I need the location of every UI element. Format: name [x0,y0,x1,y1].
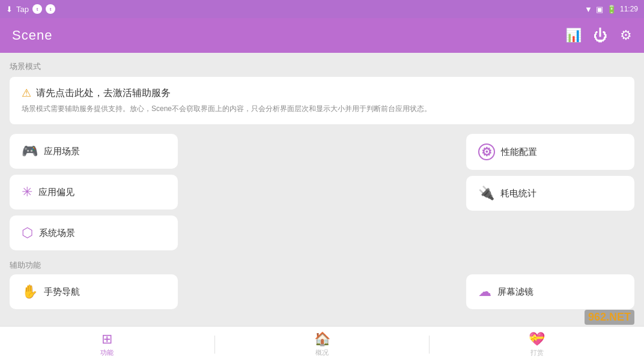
chart-icon[interactable]: 📊 [565,28,582,43]
perf-config-button[interactable]: ⚙ 性能配置 [466,134,634,170]
nav-item-overview[interactable]: 🏠 概况 [215,327,430,362]
screen-filter-label: 屏幕滤镜 [497,286,533,298]
reward-label: 打赏 [530,348,544,357]
auxiliary-right-col: ☁ 屏幕滤镜 [325,274,634,309]
functions-label: 功能 [100,348,114,357]
warning-icon: ⚠ [22,86,31,100]
settings-icon[interactable]: ⚙ [620,28,632,43]
scene-mode-grid: 🎮 应用场景 ✳ 应用偏见 ⬡ 系统场景 ⚙ 性能配置 🔌 耗电统计 [10,134,634,250]
tap-text: Tap [16,5,29,14]
warning-title: ⚠ 请先点击此处，去激活辅助服务 [22,86,622,100]
bottom-nav: ⊞ 功能 🏠 概况 💝 打赏 [0,326,644,362]
power-stats-icon: 🔌 [478,186,494,201]
gesture-nav-button[interactable]: ✋ 手势导航 [10,274,178,309]
status-left: ⬇ Tap t t [6,4,55,14]
perf-config-label: 性能配置 [501,146,537,158]
power-stats-button[interactable]: 🔌 耗电统计 [466,176,634,211]
reward-icon: 💝 [529,331,545,347]
gesture-icon: ✋ [22,284,38,300]
wifi-icon: ▼ [585,5,592,14]
tap-logo-2: t [46,4,55,14]
app-bar-actions: 📊 ⏻ ⚙ [565,27,632,44]
signal-icon: ▣ [596,5,603,14]
gesture-nav-label: 手势导航 [44,286,80,298]
watermark: 962.NET [585,310,634,325]
scene-left-col: 🎮 应用场景 ✳ 应用偏见 ⬡ 系统场景 [10,134,319,250]
warning-description: 场景模式需要辅助服务提供支持。放心，Scene不会窃取界面上的内容，只会分析界面… [22,103,622,115]
main-content: 场景模式 ⚠ 请先点击此处，去激活辅助服务 场景模式需要辅助服务提供支持。放心，… [0,53,644,326]
perf-icon: ⚙ [478,143,495,160]
scene-mode-label: 场景模式 [10,61,634,72]
app-scene-label: 应用场景 [44,146,80,157]
status-bar: ⬇ Tap t t ▼ ▣ 🔋 11:29 [0,0,644,18]
status-right: ▼ ▣ 🔋 11:29 [585,5,638,14]
snowflake-icon: ✳ [22,184,32,200]
warning-banner[interactable]: ⚠ 请先点击此处，去激活辅助服务 场景模式需要辅助服务提供支持。放心，Scene… [10,77,634,124]
app-title: Scene [12,28,52,43]
screen-filter-button[interactable]: ☁ 屏幕滤镜 [466,274,634,309]
time-display: 11:29 [620,5,638,13]
overview-icon: 🏠 [314,331,330,347]
tap-logo-1: t [32,4,42,14]
nav-item-reward[interactable]: 💝 打赏 [430,327,644,362]
auxiliary-label: 辅助功能 [10,260,634,271]
app-preference-button[interactable]: ✳ 应用偏见 [10,175,178,210]
auxiliary-left-col: ✋ 手势导航 [10,274,319,309]
cloud-icon: ☁ [478,284,491,300]
power-icon[interactable]: ⏻ [594,27,608,44]
power-stats-label: 耗电统计 [500,188,536,199]
battery-icon: 🔋 [607,5,616,14]
system-scene-label: 系统场景 [39,228,75,239]
gamepad-icon: 🎮 [22,143,38,159]
app-preference-label: 应用偏见 [38,187,74,198]
nav-item-functions[interactable]: ⊞ 功能 [0,327,214,362]
app-bar: Scene 📊 ⏻ ⚙ [0,18,644,53]
functions-icon: ⊞ [102,331,112,347]
system-scene-button[interactable]: ⬡ 系统场景 [10,216,178,250]
scene-right-col: ⚙ 性能配置 🔌 耗电统计 [325,134,634,250]
hexagon-icon: ⬡ [22,225,33,241]
app-scene-button[interactable]: 🎮 应用场景 [10,134,178,169]
overview-label: 概况 [315,348,329,357]
auxiliary-grid: ✋ 手势导航 ☁ 屏幕滤镜 [10,274,634,309]
download-icon: ⬇ [6,5,13,14]
